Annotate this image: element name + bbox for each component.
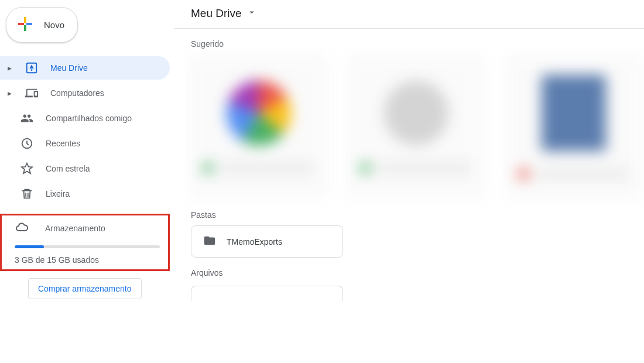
sidebar-item-label: Recentes [46, 139, 80, 148]
sidebar-item-storage[interactable]: Armazenamento [15, 220, 160, 236]
devices-icon [25, 86, 39, 100]
folders-row: TMemoExports [191, 225, 644, 258]
sidebar-item-label: Meu Drive [50, 63, 88, 73]
storage-label: Armazenamento [45, 224, 105, 233]
suggested-card[interactable] [504, 54, 644, 200]
svg-point-1 [31, 69, 33, 71]
thumbnail [227, 81, 291, 145]
main-content: Meu Drive Sugerido Pastas TMemoExports A… [174, 0, 644, 363]
trash-icon [20, 187, 34, 201]
sidebar-item-computers[interactable]: ▸ Computadores [0, 81, 170, 105]
new-button[interactable]: Novo [6, 7, 78, 43]
sidebar-item-label: Compartilhados comigo [46, 114, 132, 123]
storage-section: Armazenamento 3 GB de 15 GB usados [0, 214, 170, 271]
expand-icon[interactable]: ▸ [6, 63, 13, 73]
cloud-icon [15, 220, 29, 236]
storage-progress-fill [15, 245, 44, 248]
plus-icon [15, 13, 36, 36]
sidebar-item-trash[interactable]: Lixeira [0, 182, 170, 206]
suggested-row [189, 54, 644, 200]
section-label-folders: Pastas [191, 210, 644, 220]
breadcrumb-title: Meu Drive [191, 7, 242, 20]
suggested-card[interactable] [346, 54, 486, 200]
sidebar-item-starred[interactable]: Com estrela [0, 157, 170, 180]
sidebar-item-shared[interactable]: Compartilhados comigo [0, 107, 170, 130]
clock-icon [20, 136, 34, 150]
sidebar-item-recent[interactable]: Recentes [0, 132, 170, 155]
section-label-files: Arquivos [191, 268, 644, 278]
expand-icon[interactable]: ▸ [6, 88, 13, 98]
star-icon [20, 162, 34, 176]
sidebar-item-my-drive[interactable]: ▸ Meu Drive [0, 56, 170, 80]
storage-usage-text: 3 GB de 15 GB usados [15, 255, 160, 265]
sidebar-item-label: Computadores [50, 88, 104, 98]
caption [360, 163, 472, 173]
buy-storage-button[interactable]: Comprar armazenamento [28, 278, 142, 299]
caption [203, 163, 314, 173]
caption [518, 169, 630, 179]
sidebar-item-label: Com estrela [46, 164, 90, 173]
thumbnail [542, 75, 606, 151]
people-icon [20, 111, 34, 125]
section-label-suggested: Sugerido [191, 39, 644, 49]
chevron-down-icon [246, 7, 257, 20]
storage-progress-bar [15, 245, 160, 248]
breadcrumb[interactable]: Meu Drive [174, 7, 644, 29]
sidebar-item-label: Lixeira [46, 189, 70, 198]
folder-item[interactable]: TMemoExports [191, 225, 343, 258]
folder-name: TMemoExports [227, 237, 282, 246]
file-item[interactable] [191, 286, 343, 301]
new-button-label: Novo [44, 20, 64, 30]
sidebar: Novo ▸ Meu Drive ▸ Computadores Comparti… [0, 0, 174, 363]
thumbnail [384, 81, 448, 145]
drive-icon [25, 61, 39, 75]
folder-icon [203, 234, 216, 249]
suggested-card[interactable] [189, 54, 328, 200]
